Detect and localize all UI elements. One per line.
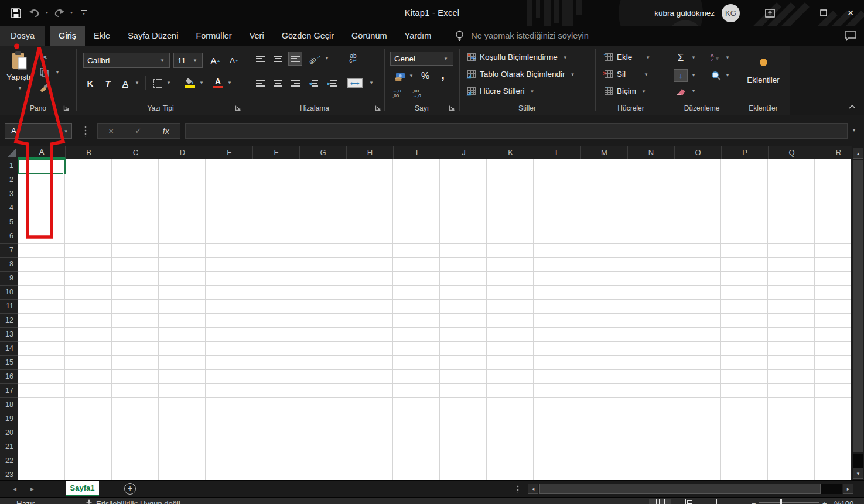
addins-button[interactable]: Eklentiler [740,50,787,97]
zoom-out-button[interactable]: − [752,499,756,504]
column-header[interactable]: Q [769,146,815,159]
comma-style-button[interactable]: , [437,68,449,82]
row-header[interactable]: 12 [0,314,18,328]
name-box[interactable]: A1 [5,123,72,139]
decrease-decimal-button[interactable]: ,00 →,0 [412,87,428,101]
column-header[interactable]: L [534,146,581,159]
column-header[interactable]: R [815,146,851,159]
row-header[interactable]: 4 [0,201,18,215]
view-page-break-button[interactable] [705,499,727,504]
zoom-in-button[interactable]: + [822,499,827,504]
column-header[interactable]: M [581,146,628,159]
status-accessibility[interactable]: Erişilebilirlik: Uygun değil [96,499,180,504]
orientation-dropdown-icon[interactable] [323,55,330,61]
autosum-dropdown-icon[interactable] [690,54,697,60]
row-header[interactable]: 16 [0,370,18,384]
number-format-combo[interactable]: Genel [390,52,453,66]
sort-filter-dropdown-icon[interactable] [724,54,731,60]
merge-center-dropdown-icon[interactable] [368,80,375,85]
font-name-combo[interactable]: Calibri [83,53,170,68]
cut-button[interactable]: ✂ [37,52,50,63]
find-select-button[interactable] [709,69,723,82]
row-header[interactable]: 1 [0,159,18,173]
user-name[interactable]: kübra güldökmez [654,9,715,18]
format-cells-dropdown-icon[interactable] [640,88,647,94]
merge-center-button[interactable]: ⟷ [346,76,364,90]
new-sheet-button[interactable]: + [124,483,136,495]
collapse-ribbon-button[interactable] [848,104,860,112]
fill-dropdown-icon[interactable] [690,72,697,78]
paste-button[interactable]: Yapıştır [5,49,35,103]
align-center-button[interactable] [271,76,285,90]
conditional-formatting-dropdown-icon[interactable] [562,54,569,60]
column-header[interactable]: P [722,146,769,159]
hscroll-right-button[interactable]: ▸ [843,484,853,494]
tab-yardim[interactable]: Yardım [396,26,440,46]
font-size-combo[interactable]: 11 [173,53,203,68]
cancel-entry-button[interactable]: × [108,126,114,136]
borders-button[interactable] [151,77,164,89]
column-header[interactable]: G [300,146,347,159]
column-header[interactable]: K [487,146,534,159]
autosum-button[interactable]: Σ [674,52,688,64]
avatar[interactable]: KG [722,4,740,22]
customize-qat-button[interactable]: ▾ [76,5,91,20]
maximize-button[interactable] [810,0,837,26]
delete-cells-dropdown-icon[interactable] [643,71,650,77]
column-header[interactable]: E [206,146,253,159]
row-header[interactable]: 18 [0,398,18,412]
fill-handle[interactable] [63,172,66,174]
cell-styles-dropdown-icon[interactable] [529,88,536,94]
row-header[interactable]: 2 [0,173,18,187]
percent-style-button[interactable]: % [418,69,432,83]
format-as-table-button[interactable]: ◢ Tablo Olarak Biçimlendir [467,70,576,78]
cell-styles-button[interactable]: ◢ Hücre Stilleri [467,87,536,95]
number-dialog-launcher[interactable] [449,105,456,112]
wrap-text-button[interactable]: ab c↵ [344,50,362,67]
fill-color-button[interactable] [183,75,197,90]
row-header[interactable]: 14 [0,342,18,356]
shrink-font-button[interactable]: A▼ [226,53,243,68]
select-all-corner[interactable] [0,146,18,159]
accounting-format-button[interactable] [392,70,407,83]
font-color-button[interactable]: A [211,75,225,90]
redo-button[interactable] [52,5,67,20]
orientation-button[interactable]: ab→ [308,52,322,66]
row-header[interactable]: 13 [0,328,18,342]
save-button[interactable] [8,5,23,20]
align-bottom-button[interactable] [288,52,302,66]
format-cells-button[interactable]: ↔ Biçim [605,87,647,95]
scroll-down-button[interactable]: ▾ [853,468,863,479]
align-left-button[interactable] [253,76,267,90]
tab-sayfa-duzeni[interactable]: Sayfa Düzeni [119,26,187,46]
tab-gorunum[interactable]: Görünüm [343,26,395,46]
minimize-button[interactable]: ─ [783,0,810,26]
find-select-dropdown-icon[interactable] [724,72,731,78]
font-name-dropdown-icon[interactable] [159,57,166,63]
sheet-grid[interactable] [18,159,851,480]
clipboard-dialog-launcher[interactable] [63,105,70,112]
row-header[interactable]: 11 [0,300,18,314]
align-middle-button[interactable] [271,52,285,66]
font-dialog-launcher[interactable] [235,105,242,112]
number-format-dropdown-icon[interactable] [442,56,449,61]
formula-input[interactable] [185,123,848,139]
fill-color-dropdown-icon[interactable] [198,80,205,85]
horizontal-scrollbar-track[interactable] [821,484,842,494]
column-header[interactable]: J [440,146,487,159]
copy-dropdown-icon[interactable] [54,69,61,75]
hscroll-grip[interactable] [517,485,519,493]
row-header[interactable]: 22 [0,454,18,468]
column-header[interactable]: N [628,146,675,159]
row-header[interactable]: 10 [0,286,18,300]
underline-button[interactable]: A [118,76,132,90]
row-header[interactable]: 8 [0,258,18,272]
tell-me-search[interactable]: Ne yapmak istediğinizi söyleyin [455,26,589,46]
column-header-a[interactable]: A [18,146,66,159]
tab-dosya[interactable]: Dosya [0,26,45,46]
sort-filter-button[interactable]: AZ ▼ [708,50,723,66]
row-header[interactable]: 6 [0,229,18,244]
conditional-formatting-button[interactable]: ≠ Koşullu Biçimlendirme [467,53,569,61]
hscroll-left-button[interactable]: ◂ [528,484,538,494]
column-header[interactable]: B [66,146,112,159]
